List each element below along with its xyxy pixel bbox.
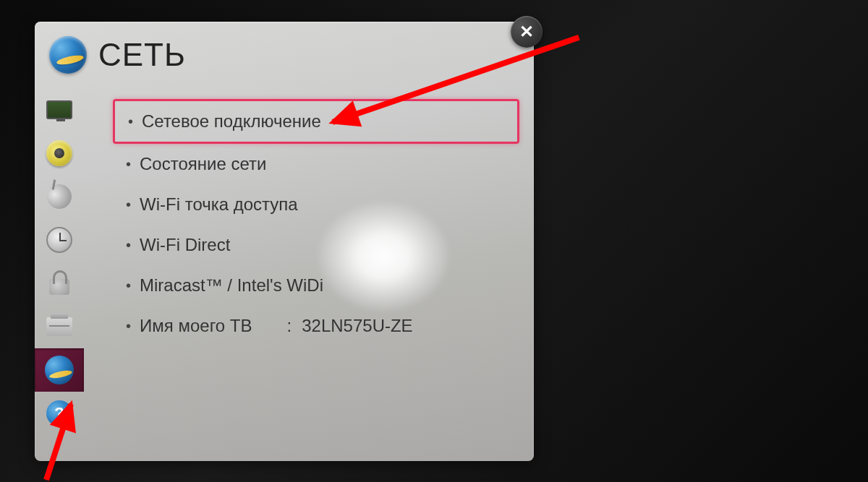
panel-header: СЕТЬ [35,22,534,81]
bullet-icon: • [126,197,131,213]
menu-item-network-status[interactable]: • Состояние сети [113,144,519,184]
satellite-icon [44,182,75,211]
picture-icon [44,95,75,124]
menu-item-network-connection[interactable]: • Сетевое подключение [113,99,519,144]
panel-title: СЕТЬ [98,37,186,73]
bullet-icon: • [126,156,131,173]
bullet-icon: • [126,237,131,254]
sidebar-item-support[interactable]: ? [35,392,84,435]
sidebar-item-lock[interactable] [35,262,84,305]
menu-item-wifi-hotspot[interactable]: • Wi-Fi точка доступа [113,184,519,225]
panel-body: ? • Сетевое подключение • Состояние сети… [35,81,534,461]
sidebar-item-channel[interactable] [35,175,84,218]
menu-item-label: Miracast™ / Intel's WiDi [140,275,323,296]
network-icon [44,356,75,384]
lock-icon [44,269,75,298]
menu-item-label: Имя моего ТВ [140,316,252,336]
bullet-icon: • [126,318,131,335]
close-button[interactable]: ✕ [511,16,542,48]
menu-item-tv-name[interactable]: • Имя моего ТВ : 32LN575U-ZE [113,306,519,346]
menu-item-label: Состояние сети [140,154,266,174]
bullet-icon: • [128,113,133,130]
menu-item-miracast[interactable]: • Miracast™ / Intel's WiDi [113,265,519,306]
sidebar-item-option[interactable] [35,305,84,348]
sidebar-item-network[interactable] [35,348,84,392]
category-sidebar: ? [35,81,84,461]
menu-content: • Сетевое подключение • Состояние сети •… [84,81,534,461]
briefcase-icon [44,312,75,341]
menu-item-label: Сетевое подключение [142,111,321,132]
network-globe-icon [49,36,87,74]
settings-panel: ✕ СЕТЬ [35,22,534,461]
sound-icon [44,139,75,168]
sidebar-item-picture[interactable] [35,88,84,132]
clock-icon [44,225,75,254]
sidebar-item-sound[interactable] [35,132,84,175]
menu-item-wifi-direct[interactable]: • Wi-Fi Direct [113,225,519,265]
separator: : [287,316,292,336]
help-icon: ? [44,399,75,428]
bullet-icon: • [126,277,131,294]
menu-item-value: 32LN575U-ZE [302,316,412,336]
menu-item-label: Wi-Fi точка доступа [140,194,298,215]
menu-item-label: Wi-Fi Direct [140,235,230,255]
close-icon: ✕ [519,22,534,42]
sidebar-item-time[interactable] [35,218,84,262]
